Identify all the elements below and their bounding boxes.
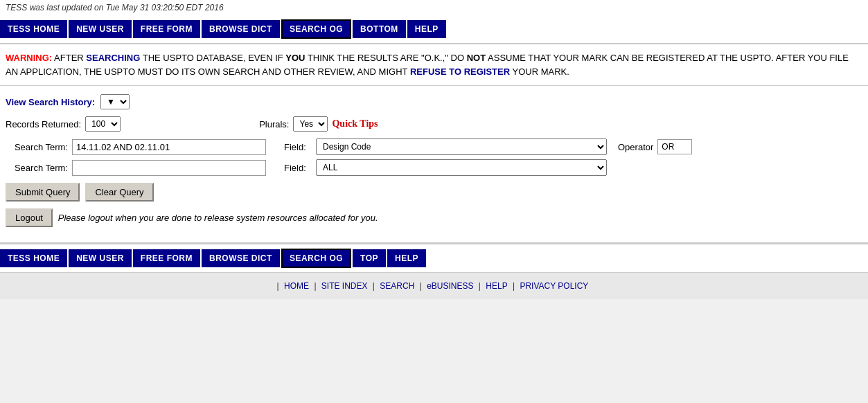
footer-links: | HOME | SITE INDEX | SEARCH | eBUSINESS… — [0, 272, 868, 299]
field-select-2[interactable]: ALL Design Code Basic Index — [316, 159, 607, 176]
tess-home-button[interactable]: TESS Home — [0, 20, 67, 38]
searching-text: SEARCHING — [86, 53, 140, 63]
search-og-button[interactable]: Search OG — [281, 19, 351, 39]
last-updated-text: TESS was last updated on Tue May 31 03:2… — [6, 3, 224, 12]
top-nav-bar: TESS Home New User Free Form Browse Dict… — [0, 15, 868, 43]
not-text: NOT — [467, 53, 486, 63]
plurals-select[interactable]: Yes No — [293, 116, 328, 132]
search-row-2: Search Term: Field: ALL Design Code Basi… — [6, 159, 862, 176]
footer-home-link[interactable]: HOME — [284, 281, 309, 291]
field-label-2: Field: — [284, 163, 312, 173]
search-term-label-1: Search Term: — [6, 142, 68, 152]
records-returned-label: Records Returned: — [6, 119, 81, 129]
footer-site-index-link[interactable]: SITE INDEX — [321, 281, 368, 291]
help-button[interactable]: Help — [407, 20, 446, 38]
search-term-label-2: Search Term: — [6, 163, 68, 173]
warning-label: WARNING: — [6, 53, 52, 63]
you-text: YOU — [285, 53, 305, 63]
help-bottom-button[interactable]: Help — [387, 249, 426, 267]
operator-label: Operator — [618, 142, 653, 152]
plurals-part: Plurals: Yes No Quick Tips — [259, 116, 378, 132]
footer-privacy-link[interactable]: PRIVACY POLICY — [520, 281, 588, 291]
warning-text-2: THE USPTO DATABASE, EVEN IF — [143, 53, 286, 63]
view-history-label: View Search History: — [6, 97, 95, 107]
warning-text-1: AFTER — [54, 53, 86, 63]
refuse-link[interactable]: REFUSE TO REGISTER — [410, 66, 510, 77]
view-history-row: View Search History: ▼ — [6, 94, 862, 109]
new-user-bottom-button[interactable]: New User — [69, 249, 132, 267]
field-select-1[interactable]: Design Code ALL Basic Index Combined Mar… — [316, 138, 607, 155]
bottom-nav-bar: TESS Home New User Free Form Browse Dict… — [0, 243, 868, 272]
new-user-button[interactable]: New User — [69, 20, 132, 38]
quick-tips-label: Quick Tips — [332, 118, 378, 129]
warning-text-3: THINK THE RESULTS ARE "O.K.," DO — [308, 53, 467, 63]
search-row-1: Search Term: Field: Design Code ALL Basi… — [6, 138, 862, 155]
free-form-button[interactable]: Free Form — [133, 20, 200, 38]
query-button-row: Submit Query Clear Query — [6, 183, 862, 202]
warning-text-5: YOUR MARK. — [513, 66, 569, 77]
browse-dict-button[interactable]: Browse Dict — [202, 20, 280, 38]
plurals-label: Plurals: — [259, 119, 289, 129]
search-term-input-2[interactable] — [72, 160, 266, 176]
bottom-button[interactable]: Bottom — [353, 20, 406, 38]
tess-home-bottom-button[interactable]: TESS Home — [0, 249, 67, 267]
logout-button[interactable]: Logout — [6, 208, 53, 227]
submit-query-button[interactable]: Submit Query — [6, 183, 80, 202]
logout-row: Logout Please logout when you are done t… — [6, 208, 862, 227]
operator-input[interactable] — [657, 139, 692, 154]
search-term-input-1[interactable] — [72, 139, 266, 155]
clear-query-button[interactable]: Clear Query — [85, 183, 153, 202]
records-plurals-row: Records Returned: 100 25 50 500 Plurals:… — [6, 116, 862, 132]
free-form-bottom-button[interactable]: Free Form — [133, 249, 200, 267]
top-button[interactable]: Top — [353, 249, 386, 267]
browse-dict-bottom-button[interactable]: Browse Dict — [202, 249, 280, 267]
footer-help-link[interactable]: HELP — [486, 281, 507, 291]
footer-ebusiness-link[interactable]: eBUSINESS — [427, 281, 473, 291]
view-history-select[interactable]: ▼ — [100, 94, 130, 109]
logout-message: Please logout when you are done to relea… — [58, 213, 378, 223]
main-content: View Search History: ▼ Records Returned:… — [0, 86, 868, 242]
search-og-bottom-button[interactable]: Search OG — [281, 249, 351, 268]
footer-search-link[interactable]: SEARCH — [380, 281, 414, 291]
search-rows: Search Term: Field: Design Code ALL Basi… — [6, 138, 862, 176]
last-updated: TESS was last updated on Tue May 31 03:2… — [0, 0, 868, 15]
field-label-1: Field: — [284, 142, 312, 152]
records-part: Records Returned: 100 25 50 500 — [6, 116, 121, 132]
records-returned-select[interactable]: 100 25 50 500 — [85, 116, 121, 132]
warning-box: WARNING: AFTER SEARCHING THE USPTO DATAB… — [0, 44, 868, 86]
